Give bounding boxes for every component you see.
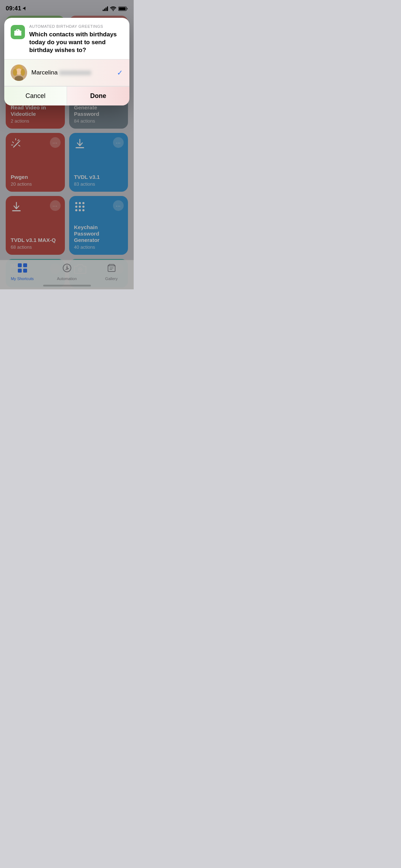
modal-app-name: AUTOMATED BIRTHDAY GREETINGS bbox=[29, 24, 123, 29]
cancel-button[interactable]: Cancel bbox=[4, 87, 67, 105]
svg-point-42 bbox=[13, 69, 17, 76]
modal-question: Which contacts with birthdays today do y… bbox=[29, 31, 123, 54]
contact-avatar bbox=[11, 64, 27, 81]
modal-actions: Cancel Done bbox=[4, 86, 129, 105]
done-button[interactable]: Done bbox=[67, 87, 129, 105]
contact-name: Marcelina bbox=[31, 69, 113, 76]
app-icon bbox=[11, 25, 25, 39]
birthday-modal: AUTOMATED BIRTHDAY GREETINGS Which conta… bbox=[4, 18, 129, 105]
modal-header: AUTOMATED BIRTHDAY GREETINGS Which conta… bbox=[4, 18, 129, 59]
svg-rect-38 bbox=[17, 31, 18, 36]
modal-header-text: AUTOMATED BIRTHDAY GREETINGS Which conta… bbox=[29, 24, 123, 54]
modal-overlay: AUTOMATED BIRTHDAY GREETINGS Which conta… bbox=[0, 0, 134, 289]
svg-point-43 bbox=[21, 69, 25, 76]
contact-row[interactable]: Marcelina ✓ bbox=[4, 60, 129, 86]
contact-checkmark[interactable]: ✓ bbox=[117, 68, 123, 77]
